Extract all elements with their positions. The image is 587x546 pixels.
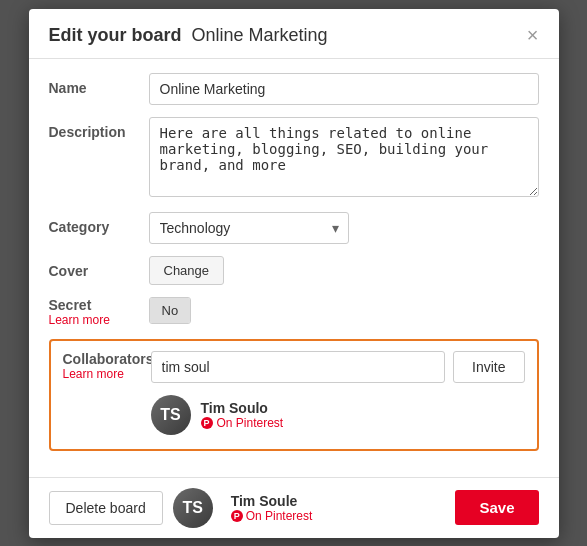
secret-label-stack: Secret Learn more — [49, 297, 149, 327]
footer-user-info: Tim Soule P On Pinterest — [231, 493, 313, 523]
suggestion-name: Tim Soulo — [201, 400, 284, 416]
footer-platform-text: On Pinterest — [246, 509, 313, 523]
collaborators-inner: Collaborators Learn more Invite TS — [63, 351, 525, 439]
category-field-wrapper: Technology Art Design Food Travel ▾ — [149, 212, 539, 244]
footer-avatar: TS — [173, 488, 213, 528]
collaborators-input-row: Invite — [151, 351, 525, 383]
description-row: Description Here are all things related … — [49, 117, 539, 200]
description-label: Description — [49, 117, 149, 140]
close-button[interactable]: × — [527, 25, 539, 45]
modal-title: Edit your board Online Marketing — [49, 25, 328, 46]
footer-user-name: Tim Soule — [231, 493, 313, 509]
cover-label: Cover — [49, 256, 149, 279]
collaborator-suggestion[interactable]: TS Tim Soulo P On Pinterest — [151, 391, 525, 439]
suggestion-platform: P On Pinterest — [201, 416, 284, 430]
category-label: Category — [49, 212, 149, 235]
modal-overlay: Edit your board Online Marketing × Name … — [0, 0, 587, 546]
secret-toggle-wrapper: No — [149, 297, 539, 324]
secret-row: Secret Learn more No — [49, 297, 539, 327]
modal-body: Name Description Here are all things rel… — [29, 59, 559, 477]
invite-button[interactable]: Invite — [453, 351, 524, 383]
collaborators-section: Collaborators Learn more Invite TS — [49, 339, 539, 451]
footer-avatar-image: TS — [173, 488, 213, 528]
collaborators-control: Invite TS Tim Soulo P On Pinter — [151, 351, 525, 439]
avatar-image: TS — [151, 395, 191, 435]
secret-label: Secret — [49, 297, 149, 313]
secret-learn-more-link[interactable]: Learn more — [49, 313, 149, 327]
description-field-wrapper: Here are all things related to online ma… — [149, 117, 539, 200]
footer-pinterest-icon: P — [231, 510, 243, 522]
category-row: Category Technology Art Design Food Trav… — [49, 212, 539, 244]
category-select-wrapper: Technology Art Design Food Travel ▾ — [149, 212, 349, 244]
modal-footer: Delete board TS Tim Soule P On Pinterest… — [29, 477, 559, 538]
edit-board-modal: Edit your board Online Marketing × Name … — [29, 9, 559, 538]
toggle-no-option[interactable]: No — [150, 298, 191, 323]
collaborators-learn-more-link[interactable]: Learn more — [63, 367, 151, 381]
suggestion-platform-text: On Pinterest — [217, 416, 284, 430]
modal-title-prefix: Edit your board — [49, 25, 182, 45]
delete-board-button[interactable]: Delete board — [49, 491, 163, 525]
collaborators-label: Collaborators — [63, 351, 151, 367]
footer-user: TS Tim Soule P On Pinterest — [173, 488, 313, 528]
collaborators-label-stack: Collaborators Learn more — [63, 351, 151, 381]
name-input[interactable] — [149, 73, 539, 105]
avatar: TS — [151, 395, 191, 435]
toggle-container: No — [149, 297, 539, 324]
description-input[interactable]: Here are all things related to online ma… — [149, 117, 539, 197]
name-row: Name — [49, 73, 539, 105]
modal-header: Edit your board Online Marketing × — [29, 9, 559, 59]
cover-row: Cover Change — [49, 256, 539, 285]
name-label: Name — [49, 73, 149, 96]
change-cover-button[interactable]: Change — [149, 256, 225, 285]
secret-toggle[interactable]: No — [149, 297, 192, 324]
name-field-wrapper — [149, 73, 539, 105]
category-select[interactable]: Technology Art Design Food Travel — [149, 212, 349, 244]
cover-field-wrapper: Change — [149, 256, 539, 285]
save-button[interactable]: Save — [455, 490, 538, 525]
footer-user-platform: P On Pinterest — [231, 509, 313, 523]
collaborators-search-input[interactable] — [151, 351, 446, 383]
footer-left: Delete board TS Tim Soule P On Pinterest — [49, 488, 313, 528]
pinterest-icon: P — [201, 417, 213, 429]
suggestion-info: Tim Soulo P On Pinterest — [201, 400, 284, 430]
modal-title-board: Online Marketing — [192, 25, 328, 45]
